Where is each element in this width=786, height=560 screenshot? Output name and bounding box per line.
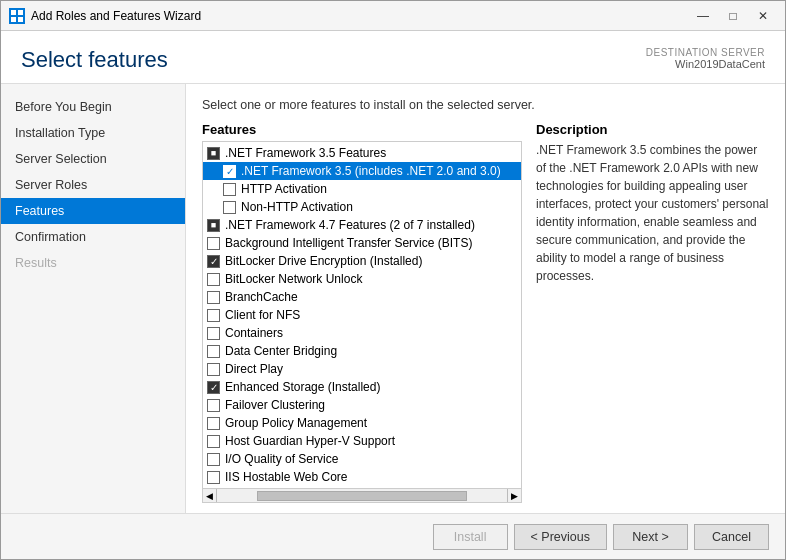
description-text: .NET Framework 3.5 combines the power of…	[536, 141, 769, 285]
checkbox-group-policy[interactable]	[207, 417, 220, 430]
checkbox-net35-features[interactable]: ■	[207, 147, 220, 160]
list-item[interactable]: Client for NFS	[203, 306, 521, 324]
checkbox-http-activation[interactable]	[223, 183, 236, 196]
checkbox-non-http[interactable]	[223, 201, 236, 214]
checkbox-containers[interactable]	[207, 327, 220, 340]
checkbox-iis-hostable[interactable]	[207, 471, 220, 484]
minimize-button[interactable]: ―	[689, 6, 717, 26]
description-label: Description	[536, 122, 769, 137]
checkbox-io-quality[interactable]	[207, 453, 220, 466]
two-col-layout: Features ■ .NET Framework 3.5 Features ✓	[202, 122, 769, 503]
main-layout: Before You Begin Installation Type Serve…	[1, 84, 785, 513]
feature-name: Client for NFS	[225, 308, 300, 322]
instruction-text: Select one or more features to install o…	[202, 98, 769, 112]
title-bar: Add Roles and Features Wizard ― □ ✕	[1, 1, 785, 31]
sidebar-item-installation-type[interactable]: Installation Type	[1, 120, 185, 146]
list-item[interactable]: Containers	[203, 324, 521, 342]
description-column: Description .NET Framework 3.5 combines …	[536, 122, 769, 503]
feature-name: BranchCache	[225, 290, 298, 304]
cancel-button[interactable]: Cancel	[694, 524, 769, 550]
list-item[interactable]: I/O Quality of Service	[203, 450, 521, 468]
svg-rect-3	[18, 17, 23, 22]
feature-name: Background Intelligent Transfer Service …	[225, 236, 472, 250]
list-item[interactable]: ✓ BitLocker Drive Encryption (Installed)	[203, 252, 521, 270]
sidebar-item-server-selection[interactable]: Server Selection	[1, 146, 185, 172]
svg-rect-2	[11, 17, 16, 22]
maximize-button[interactable]: □	[719, 6, 747, 26]
feature-name: .NET Framework 3.5 Features	[225, 146, 386, 160]
svg-rect-0	[11, 10, 16, 15]
list-item[interactable]: ■ .NET Framework 3.5 Features	[203, 144, 521, 162]
checkbox-bitlocker-drive[interactable]: ✓	[207, 255, 220, 268]
features-scroll[interactable]: ■ .NET Framework 3.5 Features ✓ .NET Fra…	[203, 142, 521, 488]
checkbox-net47[interactable]: ■	[207, 219, 220, 232]
install-button[interactable]: Install	[433, 524, 508, 550]
svg-rect-1	[18, 10, 23, 15]
list-item[interactable]: Non-HTTP Activation	[203, 198, 521, 216]
list-item[interactable]: ■ .NET Framework 4.7 Features (2 of 7 in…	[203, 216, 521, 234]
list-item[interactable]: IIS Hostable Web Core	[203, 468, 521, 486]
right-panel: Select one or more features to install o…	[186, 84, 785, 513]
feature-name: .NET Framework 4.7 Features (2 of 7 inst…	[225, 218, 475, 232]
checkbox-enhanced-storage[interactable]: ✓	[207, 381, 220, 394]
feature-name: HTTP Activation	[241, 182, 327, 196]
checkbox-bitlocker-network[interactable]	[207, 273, 220, 286]
checkbox-host-guardian[interactable]	[207, 435, 220, 448]
features-list-container: ■ .NET Framework 3.5 Features ✓ .NET Fra…	[202, 141, 522, 503]
page-title: Select features	[21, 47, 168, 73]
destination-label: DESTINATION SERVER	[646, 47, 765, 58]
checkbox-direct-play[interactable]	[207, 363, 220, 376]
sidebar-item-features[interactable]: Features	[1, 198, 185, 224]
sidebar-item-confirmation[interactable]: Confirmation	[1, 224, 185, 250]
feature-name: Host Guardian Hyper-V Support	[225, 434, 395, 448]
sidebar-item-before-you-begin[interactable]: Before You Begin	[1, 94, 185, 120]
scroll-right-btn[interactable]: ▶	[507, 489, 521, 503]
scroll-left-btn[interactable]: ◀	[203, 489, 217, 503]
list-item[interactable]: Background Intelligent Transfer Service …	[203, 234, 521, 252]
window: Add Roles and Features Wizard ― □ ✕ Sele…	[0, 0, 786, 560]
window-title: Add Roles and Features Wizard	[31, 9, 689, 23]
list-item[interactable]: Host Guardian Hyper-V Support	[203, 432, 521, 450]
list-item[interactable]: Group Policy Management	[203, 414, 521, 432]
footer: Install < Previous Next > Cancel	[1, 513, 785, 559]
list-item[interactable]: BranchCache	[203, 288, 521, 306]
feature-name: IIS Hostable Web Core	[225, 470, 348, 484]
previous-button[interactable]: < Previous	[514, 524, 607, 550]
feature-name: .NET Framework 3.5 (includes .NET 2.0 an…	[241, 164, 501, 178]
sidebar-item-results: Results	[1, 250, 185, 276]
feature-name: Failover Clustering	[225, 398, 325, 412]
checkbox-data-center[interactable]	[207, 345, 220, 358]
checkbox-client-nfs[interactable]	[207, 309, 220, 322]
list-item[interactable]: Failover Clustering	[203, 396, 521, 414]
next-button[interactable]: Next >	[613, 524, 688, 550]
list-item[interactable]: ✓ .NET Framework 3.5 (includes .NET 2.0 …	[203, 162, 521, 180]
feature-name: BitLocker Network Unlock	[225, 272, 362, 286]
feature-name: Group Policy Management	[225, 416, 367, 430]
close-button[interactable]: ✕	[749, 6, 777, 26]
sidebar-item-server-roles[interactable]: Server Roles	[1, 172, 185, 198]
sidebar: Before You Begin Installation Type Serve…	[1, 84, 186, 513]
list-item[interactable]: HTTP Activation	[203, 180, 521, 198]
app-icon	[9, 8, 25, 24]
feature-name: Non-HTTP Activation	[241, 200, 353, 214]
feature-name: Data Center Bridging	[225, 344, 337, 358]
feature-name: Direct Play	[225, 362, 283, 376]
list-item[interactable]: ✓ Enhanced Storage (Installed)	[203, 378, 521, 396]
checkbox-branchcache[interactable]	[207, 291, 220, 304]
feature-name: Containers	[225, 326, 283, 340]
list-item[interactable]: Data Center Bridging	[203, 342, 521, 360]
feature-name: I/O Quality of Service	[225, 452, 338, 466]
destination-server-info: DESTINATION SERVER Win2019DataCent	[646, 47, 765, 70]
checkbox-net35[interactable]: ✓	[223, 165, 236, 178]
horizontal-scrollbar[interactable]: ◀ ▶	[203, 488, 521, 502]
list-item[interactable]: Direct Play	[203, 360, 521, 378]
feature-name: Enhanced Storage (Installed)	[225, 380, 380, 394]
checkbox-failover[interactable]	[207, 399, 220, 412]
checkbox-bits[interactable]	[207, 237, 220, 250]
scroll-thumb[interactable]	[257, 491, 467, 501]
window-controls: ― □ ✕	[689, 6, 777, 26]
list-item[interactable]: BitLocker Network Unlock	[203, 270, 521, 288]
destination-server-name: Win2019DataCent	[646, 58, 765, 70]
features-column: Features ■ .NET Framework 3.5 Features ✓	[202, 122, 522, 503]
feature-name: BitLocker Drive Encryption (Installed)	[225, 254, 422, 268]
